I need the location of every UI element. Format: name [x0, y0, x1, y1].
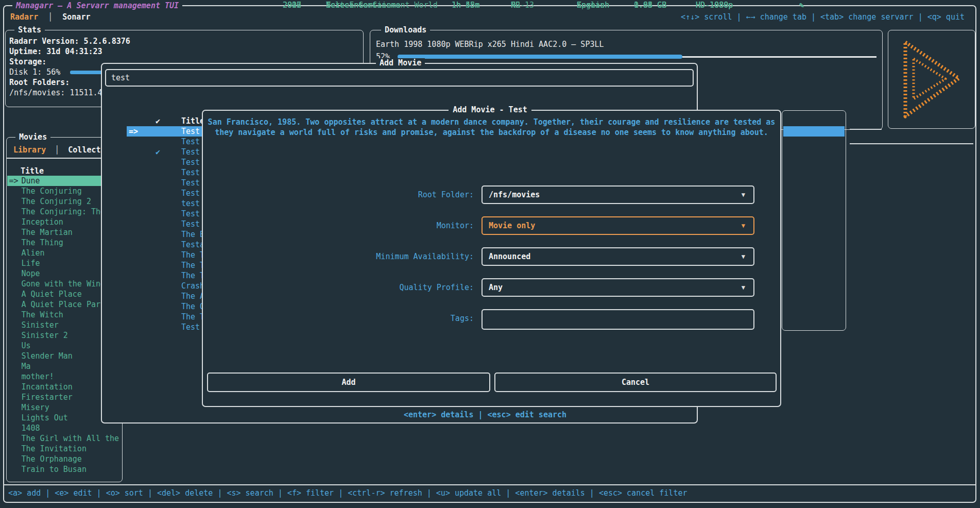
cell-runtime: 1h 58m [452, 0, 479, 10]
result-title: test [181, 198, 200, 209]
search-help-text: <enter> details | <esc> edit search [202, 410, 768, 420]
check-icon: ✔ [156, 147, 160, 157]
results-right-column [782, 110, 846, 331]
selection-marker: => [9, 176, 19, 186]
movie-search-input[interactable] [106, 70, 693, 86]
tab-library[interactable]: Library [13, 145, 46, 155]
servarr-tabs: Radarr │ Sonarr [10, 11, 90, 23]
stats-panel-title: Stats [14, 25, 45, 35]
downloads-bottom-fragment [850, 129, 882, 130]
cell-studio: Next Entertainment World [326, 0, 438, 10]
monitor-value: Movie only [489, 221, 535, 230]
minimum-availability-dropdown[interactable]: Announced ▼ [482, 247, 754, 266]
app-title: Managarr – A Servarr management TUI [12, 1, 182, 10]
movie-title: Firestarter [22, 393, 73, 402]
add-button[interactable]: Add [207, 372, 490, 392]
monitor-dropdown[interactable]: Movie only ▼ [482, 216, 754, 235]
movie-title: The Girl with All the [22, 434, 119, 443]
stat-uptime: Uptime: 31d 04:31:23 [9, 46, 349, 57]
result-title: Test [181, 209, 200, 219]
add-movie-popup-title: Add Movie [376, 58, 425, 67]
result-title: Test [181, 219, 200, 229]
movie-title: mother! [22, 372, 54, 381]
selection-marker: => [129, 126, 138, 137]
edit-pencil-icon[interactable]: ✎ [799, 0, 804, 10]
movie-list-item[interactable]: The Orphanage [7, 454, 122, 464]
movie-list-item[interactable]: 1408 [7, 423, 122, 433]
movie-title: Alien [22, 248, 45, 258]
cell-language: Korean [577, 0, 605, 10]
result-title: Test [181, 137, 200, 147]
results-selected-row-right-segment [783, 126, 845, 137]
root-folder-value: /nfs/movies [489, 190, 540, 199]
movie-title: Sinister 2 [22, 331, 68, 340]
movie-title: The Thing [22, 238, 63, 247]
result-title: Test [181, 188, 200, 198]
movie-title: Slender Man [22, 351, 73, 361]
minimum-availability-label: Minimum Availability: [212, 247, 474, 266]
movie-list-item[interactable]: The Invitation [7, 444, 122, 454]
download-progress-bar [398, 55, 682, 59]
movie-search-box [105, 69, 694, 87]
movie-title: The Invitation [22, 444, 87, 453]
terminal-screen: Managarr – A Servarr management TUI Rada… [0, 0, 980, 508]
download-release-name: Earth 1998 1080p WEBRip x265 Hindi AAC2.… [376, 39, 604, 49]
movie-title: Lights Out [22, 413, 68, 422]
movie-title: The Conjuring [22, 187, 82, 196]
movie-list-item[interactable]: The Girl with All the [7, 433, 122, 444]
movie-title: Train to Busan [22, 465, 87, 474]
movie-title: Inception [22, 217, 63, 227]
library-tab-separator: │ [55, 145, 59, 155]
movie-overview-line1: San Francisco, 1985. Two opposites attra… [203, 117, 780, 127]
movie-title: The Conjuring 2 [22, 197, 91, 206]
tags-input[interactable] [482, 309, 754, 330]
chevron-down-icon: ▼ [742, 187, 745, 203]
result-title: Test [181, 167, 200, 178]
result-title: Test [181, 322, 200, 332]
quality-profile-dropdown[interactable]: Any ▼ [482, 278, 754, 297]
bottom-keybinds: <a> add | <e> edit | <o> sort | <del> de… [8, 487, 687, 499]
movie-list-item[interactable]: Train to Busan [7, 464, 122, 475]
movie-title: The Orphanage [22, 454, 82, 464]
add-movie-modal: San Francisco, 1985. Two opposites attra… [202, 110, 781, 407]
movie-title: Misery [22, 403, 49, 412]
keybar-divider [4, 484, 976, 485]
monitor-label: Monitor: [212, 216, 474, 235]
tab-separator: │ [48, 12, 53, 22]
chevron-down-icon: ▼ [742, 217, 745, 234]
download-progress-track [682, 56, 876, 58]
movie-title: A Quiet Place [22, 290, 82, 299]
cell-size: 1.84 GB [634, 0, 666, 10]
movie-title: 1408 [22, 424, 40, 433]
root-folder-label: Root Folder: [212, 185, 474, 204]
tab-sonarr[interactable]: Sonarr [62, 12, 90, 22]
cell-year: 2016 [283, 0, 301, 10]
movie-title: The Martian [22, 228, 73, 237]
movie-title: Life [22, 259, 40, 268]
result-title: Test [181, 126, 200, 137]
cancel-button[interactable]: Cancel [494, 372, 777, 392]
chevron-down-icon: ▼ [742, 248, 745, 265]
downloads-panel-title: Downloads [381, 25, 430, 35]
result-title: Test [181, 147, 200, 157]
movie-title: Us [22, 341, 31, 350]
chevron-down-icon: ▼ [742, 279, 745, 296]
result-title: Test [181, 157, 200, 167]
result-title: Test [181, 178, 200, 188]
movie-title: Dune [22, 176, 40, 185]
cell-quality: HD-1080p [696, 0, 733, 10]
root-folder-dropdown[interactable]: /nfs/movies ▼ [482, 185, 754, 204]
stat-radarr-version: Radarr Version: 5.2.6.8376 [9, 36, 349, 46]
minimum-availability-value: Announced [489, 252, 530, 261]
movie-title: Incantation [22, 382, 73, 392]
managarr-logo-icon [898, 38, 966, 121]
cell-rating: NR [511, 0, 520, 10]
movies-column-header: Title [21, 166, 44, 176]
movies-panel-title: Movies [15, 132, 50, 142]
results-header-title: Title [181, 116, 204, 126]
movie-title: Nope [22, 269, 40, 278]
results-header-check-icon: ✔ [156, 116, 160, 126]
movie-title: Gone with the Wind [22, 279, 106, 289]
movie-table-row[interactable]: 2016 Next Entertainment World 1h 58m NR … [283, 0, 849, 10]
tab-radarr[interactable]: Radarr [10, 12, 38, 22]
